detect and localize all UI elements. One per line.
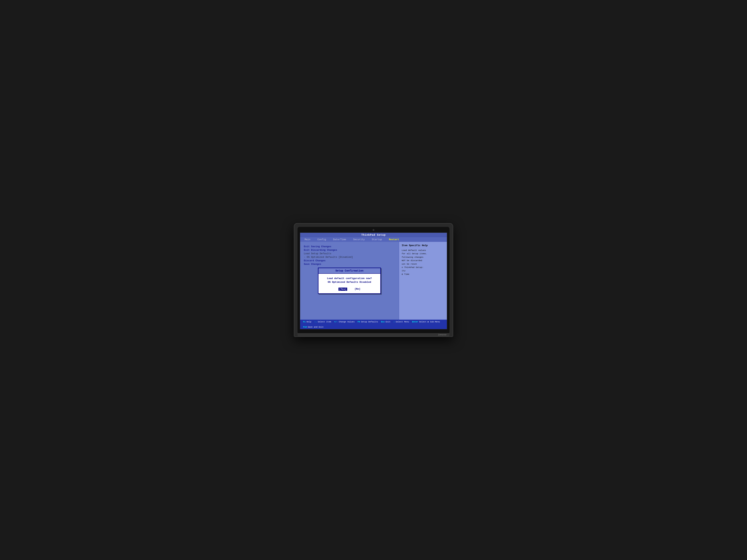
- dialog-no-button[interactable]: [No]: [355, 288, 360, 291]
- bios-content-area: Exit Saving Changes Exit Discarding Chan…: [300, 242, 447, 320]
- dialog-overlay: Setup Confirmation Load default configur…: [300, 242, 399, 320]
- tab-restart[interactable]: Restart: [388, 238, 400, 241]
- label-help: Help: [306, 321, 311, 323]
- footer-plusminus: +/- Change Values: [334, 321, 355, 323]
- footer-enter: Enter Select ▶ Sub-Menu: [412, 321, 440, 323]
- setup-confirmation-dialog: Setup Confirmation Load default configur…: [318, 268, 381, 294]
- label-save-exit: Save and Exit: [308, 326, 324, 328]
- dialog-title: Setup Confirmation: [318, 268, 380, 274]
- tab-startup[interactable]: Startup: [371, 238, 383, 241]
- laptop: ThinkPad Setup Main Config Date/Time Sec…: [294, 223, 453, 337]
- footer-f1: F1 Help: [303, 321, 311, 323]
- screen: ThinkPad Setup Main Config Date/Time Sec…: [300, 233, 447, 329]
- key-esc: Esc: [381, 321, 385, 323]
- key-f10: F10: [303, 326, 307, 328]
- key-leftright: ↔: [393, 321, 395, 323]
- footer-updown: ↑↓ Select Item: [314, 321, 331, 323]
- dialog-buttons: [Yes] [No]: [318, 286, 380, 293]
- bios-footer: F1 Help ↑↓ Select Item +/- Change Values…: [300, 320, 447, 329]
- dialog-body-line1: Load default configuration now?: [322, 277, 377, 281]
- key-updown: ↑↓: [314, 321, 317, 323]
- label-setup-defaults: Setup Defaults: [361, 321, 378, 323]
- label-sub-menu: Select ▶ Sub-Menu: [419, 321, 440, 323]
- tab-security[interactable]: Security: [352, 238, 365, 241]
- label-select-menu: Select Menu: [396, 321, 409, 323]
- tab-datetime[interactable]: Date/Time: [332, 238, 347, 241]
- footer-f10: F10 Save and Exit: [303, 326, 324, 328]
- screen-bezel: ThinkPad Setup Main Config Date/Time Sec…: [298, 227, 449, 333]
- tab-main[interactable]: Main: [304, 238, 311, 241]
- key-enter: Enter: [412, 321, 418, 323]
- label-exit: Exit: [386, 321, 390, 323]
- key-plusminus: +/-: [334, 321, 338, 323]
- key-f9: F9: [358, 321, 360, 323]
- bios-help-panel: Item Specific Help Load default valuesfo…: [399, 242, 447, 320]
- help-panel-text: Load default valuesfor all Setup items.f…: [402, 249, 444, 276]
- footer-leftright: ↔ Select Menu: [393, 321, 409, 323]
- label-select-item: Select Item: [318, 321, 331, 323]
- dialog-body-line2: OS Optimized Defaults Disabled: [322, 281, 377, 284]
- key-f1: F1: [303, 321, 306, 323]
- bios-menu-panel: Exit Saving Changes Exit Discarding Chan…: [300, 242, 399, 320]
- footer-esc: Esc Exit: [381, 321, 390, 323]
- tab-config[interactable]: Config: [317, 238, 327, 241]
- dialog-body: Load default configuration now? OS Optim…: [318, 274, 380, 286]
- bios-title-text: ThinkPad Setup: [361, 234, 386, 237]
- bios-title: ThinkPad Setup: [300, 233, 447, 237]
- laptop-base: lenovo: [298, 333, 449, 337]
- label-change-values: Change Values: [339, 321, 355, 323]
- help-panel-title: Item Specific Help: [402, 244, 444, 247]
- lenovo-logo: lenovo: [438, 334, 446, 336]
- dialog-yes-button[interactable]: [Yes]: [338, 288, 347, 291]
- bios-tab-bar: Main Config Date/Time Security Startup R…: [300, 237, 447, 242]
- footer-f9: F9 Setup Defaults: [358, 321, 378, 323]
